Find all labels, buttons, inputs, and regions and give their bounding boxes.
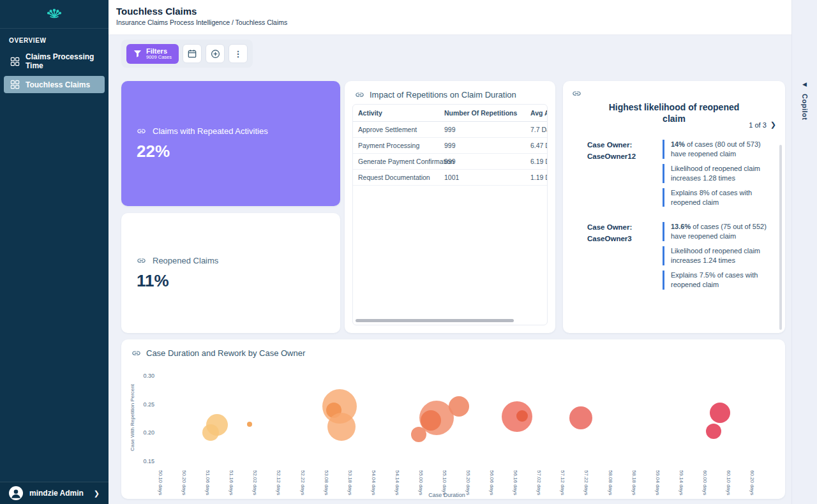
kpi-card-reopened-claims[interactable]: Reopened Claims 11% <box>121 213 340 333</box>
link-icon <box>572 89 581 98</box>
page-header: Touchless Claims Insurance Claims Proces… <box>109 0 791 35</box>
chart-bubble[interactable] <box>411 427 426 442</box>
chart-bubble[interactable] <box>327 413 356 441</box>
x-tick-label: 60.10 days <box>726 470 731 495</box>
table-cell: 7.7 Days <box>525 122 548 138</box>
x-tick-label: 60.00 days <box>702 470 708 495</box>
table-row[interactable]: Generate Payment Confirmation9996.19 Day… <box>353 154 548 170</box>
chart-bubble[interactable] <box>710 403 730 423</box>
kpi-label: Reopened Claims <box>153 256 218 265</box>
kpi-label: Claims with Repeated Activities <box>153 126 268 136</box>
copilot-panel-strip: ◀ Copilot <box>791 0 817 504</box>
table-cell: Payment Processing <box>353 138 439 154</box>
chart-bubble[interactable] <box>421 410 441 431</box>
x-tick-label: 52.12 days <box>276 470 281 495</box>
copilot-expand-icon[interactable]: ◀ <box>802 81 807 87</box>
breadcrumb[interactable]: Insurance Claims Process Intelligence / … <box>116 19 791 26</box>
table-card-title: Impact of Repetitions on Claim Duration <box>370 90 516 100</box>
copilot-tab[interactable]: Copilot <box>801 94 809 120</box>
vertical-scrollbar[interactable] <box>779 145 782 330</box>
chart-bubble[interactable] <box>569 406 592 429</box>
chart-title: Case Duration and Rework by Case Owner <box>146 348 305 358</box>
y-tick-label: 0.25 <box>133 401 154 408</box>
table-row[interactable]: Approve Settlement9997.7 Days <box>353 122 548 138</box>
table-column-header: Avg Added Duration <box>525 105 548 122</box>
link-icon <box>131 348 141 358</box>
page-title: Touchless Claims <box>116 6 791 17</box>
kpi-value: 22% <box>137 142 340 161</box>
sidebar-section-label: OVERVIEW <box>9 37 109 44</box>
calendar-icon <box>188 49 197 58</box>
table-cell: 999 <box>439 154 525 170</box>
x-tick-label: 53.08 days <box>324 470 329 495</box>
table-cell: Approve Settlement <box>353 122 439 138</box>
x-tick-label: 59.04 days <box>655 470 661 495</box>
sidebar-nav: Claims Processing TimeTouchless Claims <box>0 48 109 93</box>
table-cell: 1.19 Days <box>525 170 548 186</box>
toolbar: Filters 9009 Cases ⋮ <box>121 40 253 68</box>
mindzie-logo-icon <box>46 7 63 21</box>
x-tick-label: 54.04 days <box>371 470 377 495</box>
sidebar-item-label: Touchless Claims <box>26 80 90 89</box>
dashboard-icon <box>10 80 20 89</box>
x-tick-label: 50.20 days <box>181 470 187 495</box>
x-tick-label: 52.02 days <box>252 470 258 495</box>
table-row[interactable]: Payment Processing9996.47 Days <box>353 138 548 154</box>
sidebar-item-claims-processing-time[interactable]: Claims Processing Time <box>4 48 105 74</box>
x-tick-label: 57.02 days <box>536 470 542 495</box>
x-tick-label: 51.16 days <box>229 470 234 495</box>
insight-line: 13.6% of cases (75 out of 552) have reop… <box>663 222 768 241</box>
case-owner-label: Case Owner:CaseOwner12 <box>587 140 663 212</box>
logo-button[interactable] <box>0 0 109 29</box>
filters-case-count: 9009 Cases <box>146 55 172 60</box>
x-tick-label: 50.10 days <box>158 470 163 495</box>
table-cell: Request Documentation <box>353 170 439 186</box>
x-tick-label: 56.16 days <box>513 470 518 495</box>
date-range-button[interactable] <box>183 44 202 63</box>
chart-bubble[interactable] <box>247 422 252 427</box>
y-axis-label: Case With Repetition Percent <box>130 373 135 463</box>
insight-entry: Case Owner:CaseOwner313.6% of cases (75 … <box>587 222 768 294</box>
insight-title: Highest likelihood of reopened claim <box>599 101 749 124</box>
insight-pagination: 1 of 3 <box>749 121 767 129</box>
horizontal-scrollbar[interactable] <box>356 319 514 322</box>
table-scroll-area[interactable]: ActivityNumber Of RepetitionsAvg Added D… <box>352 104 548 325</box>
insight-line: Likelihood of reopened claim increases 1… <box>663 164 768 183</box>
add-button[interactable] <box>206 44 225 63</box>
table-row[interactable]: Request Documentation10011.19 Days <box>353 170 548 186</box>
x-axis-label: Case Duration <box>408 492 485 498</box>
plus-circle-icon <box>211 49 220 59</box>
user-name: mindzie Admin <box>29 489 84 498</box>
kpi-card-claims-with-repeated-activities[interactable]: Claims with Repeated Activities 22% <box>121 81 340 206</box>
chart-bubble[interactable] <box>449 396 469 417</box>
chevron-right-icon: ❯ <box>94 489 100 498</box>
y-tick-label: 0.30 <box>133 373 154 379</box>
table-cell: 6.47 Days <box>525 138 548 154</box>
kpi-value: 11% <box>137 271 340 291</box>
filter-icon <box>133 50 142 58</box>
insight-line: Explains 7.5% of cases with reopened cla… <box>663 271 768 290</box>
more-options-button[interactable]: ⋮ <box>229 44 248 63</box>
insight-entry: Case Owner:CaseOwner1214% of cases (80 o… <box>587 140 768 212</box>
user-menu-button[interactable]: mindzie Admin ❯ <box>0 482 109 504</box>
next-page-icon[interactable]: ❯ <box>770 121 776 129</box>
x-tick-label: 56.06 days <box>489 470 495 495</box>
table-column-header: Activity <box>353 105 439 122</box>
x-tick-label: 58.18 days <box>631 470 637 495</box>
x-tick-label: 57.12 days <box>560 470 566 495</box>
chart-bubble[interactable] <box>202 424 219 441</box>
chart-bubble[interactable] <box>516 410 528 422</box>
table-column-header: Number Of Repetitions <box>439 105 525 122</box>
table-cell: 999 <box>439 122 525 138</box>
sidebar-item-touchless-claims[interactable]: Touchless Claims <box>4 76 105 93</box>
sidebar: OVERVIEW Claims Processing TimeTouchless… <box>0 0 109 504</box>
x-tick-label: 51.06 days <box>205 470 211 495</box>
x-tick-label: 54.14 days <box>394 470 400 495</box>
chart-bubble[interactable] <box>706 424 721 439</box>
filters-button[interactable]: Filters 9009 Cases <box>126 44 179 64</box>
table-cell: 1001 <box>439 170 525 186</box>
table-cell: Generate Payment Confirmation <box>353 154 439 170</box>
insight-line: Likelihood of reopened claim increases 1… <box>663 246 768 265</box>
x-tick-label: 52.22 days <box>300 470 306 495</box>
sidebar-item-label: Claims Processing Time <box>26 52 98 70</box>
